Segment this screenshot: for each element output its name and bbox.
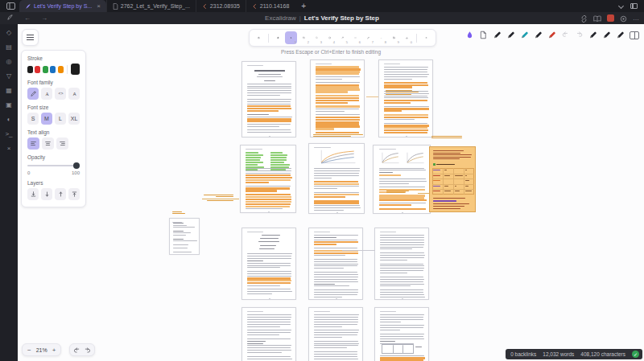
tool-rectangle[interactable]: 2	[298, 31, 310, 44]
stroke-color-4[interactable]	[58, 66, 64, 73]
font-family-code[interactable]: <>	[55, 88, 66, 100]
pen-black-icon[interactable]	[493, 31, 502, 39]
annotation-note-6[interactable]	[172, 211, 188, 215]
tool-image[interactable]: 9	[388, 31, 400, 44]
menu-button[interactable]	[22, 29, 39, 46]
pen-teal-icon[interactable]	[520, 31, 529, 39]
undo-icon[interactable]	[561, 31, 570, 39]
summary-note-card[interactable]	[429, 146, 476, 212]
color-picker-icon[interactable]	[465, 31, 474, 39]
paper-page-7[interactable]	[169, 218, 200, 255]
tool-eraser[interactable]: 0	[401, 31, 413, 44]
opacity-slider[interactable]	[27, 162, 80, 169]
send-backward-button[interactable]	[41, 188, 52, 200]
pen-red-icon[interactable]	[547, 31, 556, 39]
tool-text[interactable]: A8	[375, 31, 387, 44]
sync-icon[interactable]	[620, 11, 627, 26]
stroke-color-3[interactable]	[50, 66, 56, 73]
bring-to-front-button[interactable]	[68, 188, 80, 200]
backlinks-count[interactable]: 0 backlinks	[510, 351, 536, 357]
tool-diamond[interactable]: 3	[311, 31, 323, 44]
annotation-note-4[interactable]	[431, 136, 470, 140]
annotation-note-5[interactable]	[386, 191, 411, 195]
paper-page-10[interactable]	[374, 228, 429, 300]
excalidraw-canvas[interactable]: 1234567A890 Press Escape or Ctrl+Enter t…	[18, 24, 644, 361]
pen-4-icon[interactable]	[616, 31, 625, 39]
link-icon[interactable]	[580, 11, 588, 26]
send-to-back-button[interactable]	[27, 188, 39, 200]
current-stroke-color[interactable]	[71, 64, 80, 75]
text-align-right[interactable]	[56, 137, 68, 150]
close-tab-icon[interactable]: ×	[97, 2, 101, 10]
connector-line-1[interactable]	[202, 199, 239, 199]
tab-2[interactable]: 2312.08935	[196, 0, 246, 12]
pen-fountain-icon[interactable]	[506, 31, 515, 39]
reader-icon[interactable]	[593, 11, 601, 26]
font-family-hand-drawn[interactable]	[27, 88, 39, 100]
paper-page-8[interactable]	[242, 228, 296, 300]
redo-button[interactable]	[84, 347, 91, 354]
tool-selection[interactable]: 1	[285, 31, 297, 44]
back-icon[interactable]: ←	[24, 14, 31, 22]
text-align-center[interactable]	[42, 137, 54, 150]
font-family-normal[interactable]: A	[41, 88, 52, 100]
zoom-in-button[interactable]: +	[52, 347, 57, 354]
sidebar-chat-icon[interactable]: ◐	[7, 117, 11, 124]
tool-hand[interactable]	[272, 31, 284, 44]
pen-3-icon[interactable]	[602, 31, 611, 39]
new-tab-button[interactable]: +	[295, 0, 312, 12]
connector-line-2[interactable]	[342, 250, 375, 251]
text-align-left[interactable]	[27, 137, 39, 150]
paper-page-11[interactable]	[242, 307, 296, 361]
connector-line-4[interactable]	[366, 96, 378, 97]
more-menu-icon[interactable]: …	[633, 14, 640, 22]
bring-forward-button[interactable]	[55, 188, 66, 200]
font-family-more-fonts[interactable]: A	[68, 88, 80, 100]
document-icon[interactable]	[479, 31, 488, 39]
tab-search-chevron-icon[interactable]	[618, 3, 624, 9]
sidebar-kanban-icon[interactable]: ▣	[6, 102, 12, 109]
sidebar-filter-icon[interactable]: ▽	[6, 73, 11, 80]
sidebar-grid-icon[interactable]: ▦	[6, 88, 12, 95]
tool-lock[interactable]	[253, 31, 265, 44]
font-size-s[interactable]: S	[27, 113, 39, 125]
tool-arrow[interactable]: 5	[336, 31, 349, 44]
tab-1[interactable]: 2762_Let_s_Verify_Step_...	[106, 0, 196, 12]
paper-page-9[interactable]	[308, 228, 363, 300]
tool-draw[interactable]: 7	[362, 31, 374, 44]
paper-page-4[interactable]	[240, 145, 296, 213]
tool-line[interactable]: 6	[349, 31, 361, 44]
sidebar-toggle-icon[interactable]	[5, 2, 16, 10]
extension-badge-icon[interactable]	[607, 14, 614, 22]
tool-ellipse[interactable]: 4	[324, 31, 336, 44]
sidebar-page-icon[interactable]: ▤	[6, 44, 12, 51]
pen-fill-icon[interactable]	[534, 31, 543, 39]
forward-icon[interactable]: →	[41, 14, 47, 22]
split-view-icon[interactable]	[630, 3, 638, 9]
font-size-m[interactable]: M	[41, 113, 52, 125]
stroke-color-1[interactable]	[35, 66, 40, 73]
sidebar-terminal-icon[interactable]: >_	[5, 131, 12, 138]
zoom-level[interactable]: 21%	[36, 347, 47, 353]
paper-page-1[interactable]	[242, 61, 296, 137]
tab-0[interactable]: Let's Verify Step by S...×	[19, 0, 106, 12]
columns-icon[interactable]	[630, 31, 639, 39]
pen-2-icon[interactable]	[588, 31, 597, 39]
tool-laser[interactable]	[420, 31, 432, 44]
stroke-color-0[interactable]	[27, 66, 33, 73]
connector-line-3[interactable]	[418, 193, 429, 194]
font-size-xl[interactable]: XL	[68, 113, 80, 125]
stroke-color-2[interactable]	[43, 66, 48, 73]
paper-page-12[interactable]	[308, 307, 363, 361]
sidebar-navigator-icon[interactable]: ◇	[6, 30, 11, 37]
sidebar-close-icon[interactable]: ×	[7, 146, 11, 153]
paper-page-3[interactable]	[378, 59, 433, 137]
annotation-note-2[interactable]	[313, 134, 376, 138]
paper-page-2[interactable]	[310, 59, 365, 137]
font-size-l[interactable]: L	[55, 113, 66, 125]
paper-page-13[interactable]	[374, 307, 429, 361]
annotation-note-3[interactable]	[386, 90, 419, 96]
tab-3[interactable]: 2110.14168	[246, 0, 295, 12]
zoom-out-button[interactable]: −	[27, 347, 32, 354]
paper-page-5[interactable]	[308, 143, 365, 214]
